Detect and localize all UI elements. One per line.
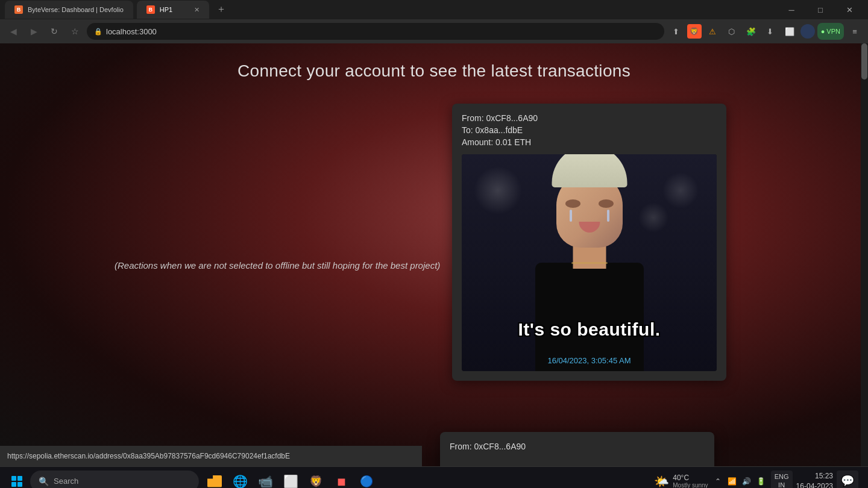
profile-icon[interactable] xyxy=(800,24,815,39)
address-bar[interactable]: 🔒 localhost:3000 xyxy=(87,23,664,40)
meme-image: It's so beautiful. 16/04/2023, 3:05:45 A… xyxy=(462,154,717,371)
alert-icon: ⚠ xyxy=(704,23,721,40)
weather-desc: Mostly sunny xyxy=(673,482,708,488)
necklace xyxy=(571,262,608,264)
meme-date: 16/04/2023, 3:05:45 AM xyxy=(462,356,717,365)
back-button[interactable]: ◀ xyxy=(5,23,22,40)
search-placeholder: Search xyxy=(54,477,78,486)
lock-icon: 🔒 xyxy=(94,28,102,36)
minimize-button[interactable]: ─ xyxy=(778,0,805,19)
explorer-icon xyxy=(207,475,222,487)
tray-chevron-icon[interactable]: ⌃ xyxy=(712,475,724,487)
brave-taskbar-icon: 🦁 xyxy=(309,475,322,488)
download-icon[interactable]: ⬇ xyxy=(762,23,779,40)
taskbar-app-chrome[interactable]: 🔵 xyxy=(354,469,379,489)
card-from: From: 0xCF8...6A90 xyxy=(462,113,717,123)
page-title: Connect your account to see the latest t… xyxy=(0,43,868,81)
taskbar-app-teams[interactable]: 📹 xyxy=(253,469,277,489)
forward-button[interactable]: ▶ xyxy=(25,23,42,40)
language-indicator[interactable]: ENGIN xyxy=(771,471,793,489)
taskbar-app-edge[interactable]: 🌐 xyxy=(228,469,252,489)
new-tab-button[interactable]: ＋ xyxy=(213,1,230,17)
nav-right-controls: ⬆ 🦁 ⚠ ⬡ 🧩 ⬇ ⬜ ● VPN ≡ xyxy=(668,23,863,40)
taskbar-apps: 🌐 📹 ⬜ 🦁 ◼ 🔵 xyxy=(203,469,379,489)
title-bar-controls: ─ □ ✕ xyxy=(778,0,863,19)
extensions-icon[interactable]: ⬡ xyxy=(723,23,740,40)
card2-from: From: 0xCF8...6A90 xyxy=(450,442,705,451)
weather-area: 🌤️ 40°C Mostly sunny xyxy=(654,474,708,488)
taskbar-search-bar[interactable]: 🔍 Search xyxy=(30,471,199,489)
tab2-close-icon[interactable]: ✕ xyxy=(194,6,200,14)
card-header: From: 0xCF8...6A90 To: 0x8aa...fdbE Amou… xyxy=(462,113,717,147)
close-button[interactable]: ✕ xyxy=(835,0,863,19)
browser-chrome: B ByteVerse: Dashboard | Devfolio B HP1 … xyxy=(0,0,868,43)
reaction-text: (Reactions when we are not selected to o… xyxy=(115,260,440,271)
vpn-button[interactable]: ● VPN xyxy=(817,23,844,40)
language-text: ENGIN xyxy=(775,473,789,488)
chrome-icon: 🔵 xyxy=(360,475,373,488)
navigation-bar: ◀ ▶ ↻ ☆ 🔒 localhost:3000 ⬆ 🦁 ⚠ ⬡ 🧩 ⬇ ⬜ ●… xyxy=(0,19,868,43)
tab-hp1[interactable]: B HP1 ✕ xyxy=(137,1,209,19)
taskbar-app-jetbrains[interactable]: ◼ xyxy=(329,469,353,489)
bookmark-button[interactable]: ☆ xyxy=(66,23,83,40)
tab1-favicon: B xyxy=(14,5,23,14)
address-text: localhost:3000 xyxy=(106,27,157,36)
notification-icon[interactable]: 💬 xyxy=(837,471,858,489)
person-body xyxy=(535,263,644,371)
title-tabs: B ByteVerse: Dashboard | Devfolio B HP1 … xyxy=(5,1,230,19)
meme-caption: It's so beautiful. xyxy=(462,319,717,340)
teams-icon: 📹 xyxy=(258,474,273,489)
person-hair xyxy=(552,154,627,187)
taskbar-app-vscode[interactable]: ⬜ xyxy=(278,469,303,489)
scrollbar-thumb[interactable] xyxy=(861,43,867,80)
taskbar: 🔍 Search 🌐 📹 ⬜ 🦁 ◼ 🔵 🌤️ xyxy=(0,466,868,488)
card-amount: Amount: 0.01 ETH xyxy=(462,137,717,147)
tab2-favicon: B xyxy=(146,5,155,14)
url-tooltip-text: https://sepolia.etherscan.io/address/0x8… xyxy=(7,452,290,460)
share-button[interactable]: ⬆ xyxy=(668,23,685,40)
sidebar-icon[interactable]: ⬜ xyxy=(781,23,798,40)
scrollbar[interactable] xyxy=(861,43,868,466)
transaction-card-1: From: 0xCF8...6A90 To: 0x8aa...fdbE Amou… xyxy=(452,104,726,381)
tray-network-icon[interactable]: 📶 xyxy=(726,475,738,487)
taskbar-app-brave[interactable]: 🦁 xyxy=(304,469,328,489)
jetbrains-icon: ◼ xyxy=(337,475,346,488)
tray-sound-icon[interactable]: 🔊 xyxy=(741,475,753,487)
clock-date: 16-04-2023 xyxy=(796,481,833,489)
tray-battery-icon[interactable]: 🔋 xyxy=(755,475,767,487)
clock-time: 15:23 xyxy=(796,471,833,481)
search-icon: 🔍 xyxy=(39,477,49,486)
refresh-button[interactable]: ↻ xyxy=(46,23,63,40)
maximize-button[interactable]: □ xyxy=(807,0,834,19)
clock-area[interactable]: 15:23 16-04-2023 xyxy=(796,471,833,488)
taskbar-right: 🌤️ 40°C Mostly sunny ⌃ 📶 🔊 🔋 ENGIN 15:23… xyxy=(654,471,863,489)
url-tooltip: https://sepolia.etherscan.io/address/0x8… xyxy=(0,446,422,466)
tab1-label: ByteVerse: Dashboard | Devfolio xyxy=(28,6,124,13)
card-to: To: 0x8aa...fdbE xyxy=(462,125,717,135)
start-button[interactable] xyxy=(5,471,29,489)
title-bar-left: B ByteVerse: Dashboard | Devfolio B HP1 … xyxy=(5,1,775,19)
tab2-label: HP1 xyxy=(160,6,172,13)
bokeh-light-2 xyxy=(662,172,699,208)
system-tray: ⌃ 📶 🔊 🔋 xyxy=(712,475,767,487)
edge-icon: 🌐 xyxy=(233,474,248,489)
weather-temp: 40°C xyxy=(673,474,708,482)
weather-info: 40°C Mostly sunny xyxy=(673,474,708,488)
taskbar-app-explorer[interactable] xyxy=(203,469,227,489)
brave-shield-icon[interactable]: 🦁 xyxy=(687,24,702,39)
menu-button[interactable]: ≡ xyxy=(846,23,863,40)
vscode-icon: ⬜ xyxy=(283,474,298,489)
tab-byteverse[interactable]: B ByteVerse: Dashboard | Devfolio xyxy=(5,1,133,19)
weather-icon: 🌤️ xyxy=(654,474,669,489)
puzzle-icon[interactable]: 🧩 xyxy=(743,23,760,40)
title-bar: B ByteVerse: Dashboard | Devfolio B HP1 … xyxy=(0,0,868,19)
page-content: Connect your account to see the latest t… xyxy=(0,43,868,466)
windows-icon xyxy=(11,476,22,487)
transaction-card-2: From: 0xCF8...6A90 xyxy=(440,432,714,466)
